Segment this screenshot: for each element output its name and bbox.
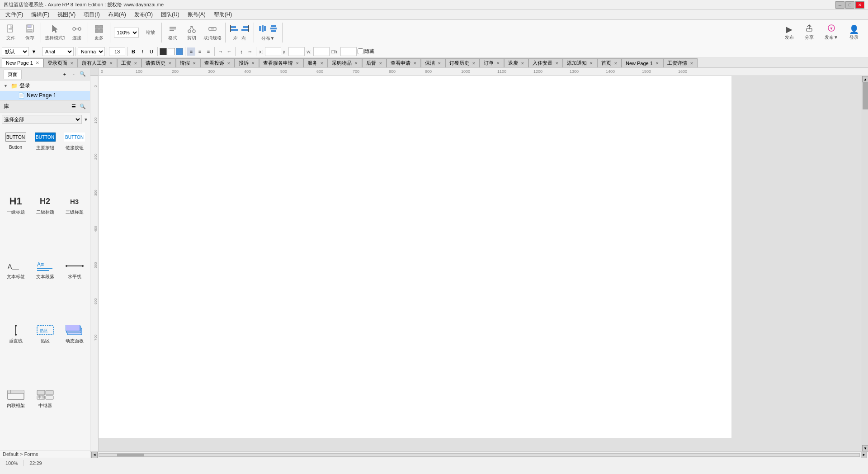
tree-page-new1[interactable]: 📄 New Page 1	[0, 91, 90, 100]
toolbar-zoom-fit[interactable]: 缩放	[142, 28, 160, 37]
library-menu-icon[interactable]: ☰	[70, 103, 77, 110]
scroll-track-v[interactable]	[862, 82, 868, 445]
scroll-left-btn[interactable]: ◄	[91, 452, 98, 458]
panel-expand-icon[interactable]: +	[61, 71, 68, 78]
y-input[interactable]	[288, 47, 305, 56]
style-arrow-btn[interactable]: ▼	[30, 47, 38, 56]
toolbar-more[interactable]: 更多	[90, 23, 108, 42]
library-search-icon[interactable]: 🔍	[79, 103, 86, 110]
scroll-track-h[interactable]	[99, 453, 860, 457]
lib-item-inline-frame[interactable]: 内联框架	[2, 386, 29, 448]
tab-deposit[interactable]: 保洁 ✕	[421, 58, 445, 67]
panel-collapse-icon[interactable]: -	[70, 71, 77, 78]
lib-item-h2[interactable]: H2 二级标题	[31, 192, 59, 255]
tab-vacation[interactable]: 请假 ✕	[176, 58, 200, 67]
close-button[interactable]: ✕	[855, 1, 864, 9]
h-input[interactable]	[340, 47, 357, 56]
menu-file[interactable]: 文件(F)	[2, 10, 27, 19]
toolbar-connect[interactable]: 连接	[68, 23, 86, 42]
lib-item-text-label[interactable]: A__ 文本标签	[2, 257, 29, 319]
tab-notify[interactable]: 添加通知 ✕	[563, 58, 597, 67]
toolbar-cut[interactable]: 剪切	[183, 23, 201, 42]
tab-wage[interactable]: 工资 ✕	[117, 58, 142, 67]
vertical-scrollbar[interactable]: ▲ ▼	[862, 76, 868, 451]
tab-order[interactable]: 订单 ✕	[480, 58, 504, 67]
align-left-text-btn[interactable]: ≡	[187, 47, 195, 56]
toolbar-format[interactable]: 格式	[164, 23, 182, 42]
lib-item-paragraph[interactable]: A≡ 文本段落	[31, 257, 59, 319]
tab-refund-close[interactable]: ✕	[521, 61, 524, 66]
menu-view[interactable]: 视图(V)	[54, 10, 79, 19]
tab-login-close[interactable]: ✕	[70, 61, 74, 66]
font-dropdown[interactable]: Arial	[42, 47, 74, 56]
tab-work-close[interactable]: ✕	[690, 61, 693, 66]
fill-color-picker[interactable]	[168, 48, 175, 55]
tab-complaint[interactable]: 查看投诉 ✕	[200, 58, 235, 67]
tab-service-view-close[interactable]: ✕	[296, 61, 299, 66]
menu-help[interactable]: 帮助(H)	[210, 10, 236, 19]
hide-checkbox[interactable]	[358, 48, 363, 54]
tab-purchase[interactable]: 采购物品 ✕	[328, 58, 362, 67]
x-input[interactable]	[265, 47, 281, 56]
share-button[interactable]: 分享	[801, 23, 817, 42]
toolbar-select-mode[interactable]: 选择模式1	[43, 23, 67, 42]
tab-order-history-close[interactable]: ✕	[472, 61, 476, 66]
tab-leave[interactable]: 请假历史 ✕	[142, 58, 176, 67]
align-right-text-btn[interactable]: ≡	[204, 47, 212, 56]
tab-staff-close[interactable]: ✕	[109, 61, 113, 66]
lib-item-h3[interactable]: H3 三级标题	[61, 192, 88, 255]
panel-search-icon[interactable]: 🔍	[79, 71, 86, 78]
tab-login[interactable]: 登录页面 ✕	[43, 58, 78, 67]
toolbar-cancel-spec[interactable]: 取消规格	[202, 23, 223, 42]
tab-bid-close[interactable]: ✕	[251, 61, 255, 66]
underline-button[interactable]: U	[147, 47, 156, 56]
lib-item-repeater[interactable]: 中继 中继器	[31, 386, 59, 448]
preview-button[interactable]: ▶ 发布	[781, 24, 797, 42]
tab-home[interactable]: 首页 ✕	[597, 58, 622, 67]
tree-folder-root[interactable]: ▼ 📁 登录	[0, 81, 90, 91]
tab-purchase-close[interactable]: ✕	[354, 61, 358, 66]
tab-reply-close[interactable]: ✕	[379, 61, 382, 66]
tab-service-view[interactable]: 查看服务申请 ✕	[259, 58, 303, 67]
lib-item-button[interactable]: BUTTON Button	[2, 128, 29, 190]
horizontal-scrollbar[interactable]: ◄ ►	[90, 451, 868, 458]
menu-publish[interactable]: 发布(O)	[131, 10, 156, 19]
lib-item-h1[interactable]: H1 一级标题	[2, 192, 29, 255]
scroll-thumb-h[interactable]	[117, 454, 144, 456]
decrease-indent-btn[interactable]: ←	[225, 47, 233, 56]
tab-leave-close[interactable]: ✕	[168, 61, 172, 66]
menu-project[interactable]: 项目(I)	[80, 10, 103, 19]
lib-item-dynamic-panel[interactable]: 动态面板	[61, 321, 88, 384]
border-color-picker[interactable]	[176, 48, 183, 55]
tab-approval[interactable]: 查看申请 ✕	[387, 58, 421, 67]
tab-new-page-close[interactable]: ✕	[656, 61, 659, 66]
tab-new-page[interactable]: New Page 1 ✕	[622, 58, 663, 67]
lib-item-hline[interactable]: 水平线	[61, 257, 88, 319]
tab-approval-close[interactable]: ✕	[413, 61, 417, 66]
tab-bid[interactable]: 投诉 ✕	[235, 58, 259, 67]
tab-new-page-1[interactable]: New Page 1 ✕	[2, 58, 43, 67]
char-spacing-btn[interactable]: ↔	[246, 47, 254, 56]
zoom-dropdown[interactable]: 100% 50% 75% 150% 200%	[112, 27, 141, 38]
tab-vacation-close[interactable]: ✕	[193, 61, 196, 66]
minimize-button[interactable]: ─	[835, 1, 844, 9]
w-input[interactable]	[313, 47, 330, 56]
menu-layout[interactable]: 布局(A)	[104, 10, 130, 19]
scroll-up-btn[interactable]: ▲	[862, 76, 868, 82]
scroll-down-btn[interactable]: ▼	[862, 445, 868, 451]
scroll-thumb-v[interactable]	[863, 82, 868, 109]
font-size-input[interactable]	[109, 47, 125, 56]
toolbar-file-group[interactable]: 文件	[2, 23, 20, 42]
bold-button[interactable]: B	[129, 47, 137, 56]
tab-checkin[interactable]: 入住安置 ✕	[528, 58, 563, 67]
canvas-viewport[interactable]	[99, 76, 862, 451]
restore-button[interactable]: □	[845, 1, 854, 9]
align-center-text-btn[interactable]: ≡	[196, 47, 204, 56]
tab-work[interactable]: 工资详情 ✕	[663, 58, 698, 67]
increase-indent-btn[interactable]: →	[217, 47, 225, 56]
zoom-select[interactable]: 100% 50% 75% 150% 200%	[114, 28, 139, 38]
toolbar-save-group[interactable]: 保存	[21, 23, 39, 42]
library-filter-select[interactable]: 选择全部	[2, 115, 82, 124]
tab-refund[interactable]: 退庚 ✕	[504, 58, 528, 67]
lib-item-primary-button[interactable]: BUTTON 主要按钮	[31, 128, 59, 190]
